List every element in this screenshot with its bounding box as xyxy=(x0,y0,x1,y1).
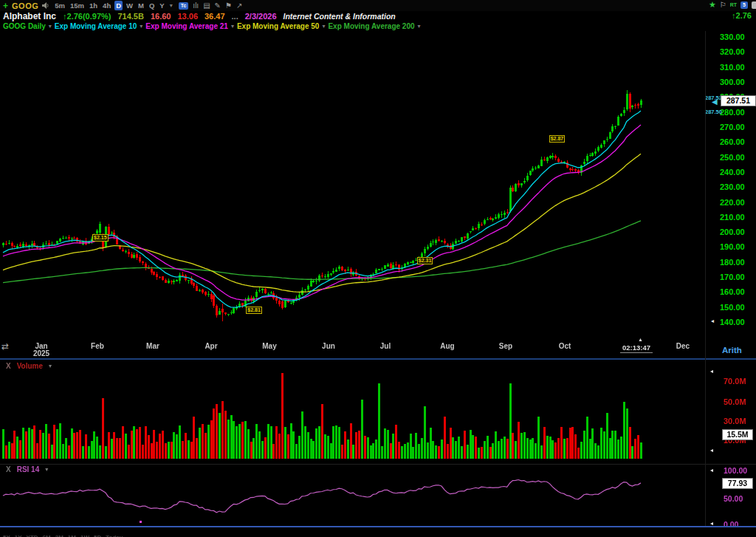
share-arrow-icon[interactable]: ↗ xyxy=(236,1,242,10)
indicator-dropdown-3[interactable]: Exp Moving Average 50 xyxy=(237,22,320,30)
timeframe-dropdown-caret[interactable]: ▾ xyxy=(170,2,173,9)
indicator-caret[interactable]: ▾ xyxy=(49,23,52,30)
industry-label: Internet Content & Information xyxy=(284,12,396,21)
price-tick: 160.00 xyxy=(720,287,755,296)
timeframe-D[interactable]: D xyxy=(114,1,123,10)
price-chart-canvas[interactable] xyxy=(0,31,705,338)
year-label: 2025 xyxy=(29,349,54,358)
timeframe-Y[interactable]: Y xyxy=(158,1,165,10)
top-toolbar: + GOOG 5m15m1h4hDWMQY ▾ Tcılı▤✎⚑↗ ★ ⚐ RT… xyxy=(0,0,756,11)
month-label-feb: Feb xyxy=(85,342,110,350)
change-right-label: ↑2.76 xyxy=(732,11,752,20)
month-label-aug: Aug xyxy=(435,342,460,350)
session-countdown: 02:13:47 xyxy=(620,343,653,353)
volume-tick: 30.0M xyxy=(724,417,746,425)
company-name: Alphabet Inc xyxy=(3,11,56,21)
timeframe-W[interactable]: W xyxy=(125,1,134,10)
current-candle-marker-icon: ▲ xyxy=(638,337,643,342)
price-tick: 230.00 xyxy=(720,182,755,191)
price-tick: 180.00 xyxy=(720,258,755,267)
price-tick: 280.00 xyxy=(720,108,755,117)
indicator-dropdown-1[interactable]: Exp Moving Average 10 xyxy=(55,22,137,30)
timeframe-4h[interactable]: 4h xyxy=(101,1,112,10)
rsi-pane-header: X RSI 14 ▾ xyxy=(6,465,48,473)
price-change: ↑2.76(0.97%) xyxy=(63,12,111,21)
earnings-eps-tag: $2.31 xyxy=(417,257,433,264)
range-button-6m[interactable]: 6M xyxy=(43,534,51,537)
pane-resize-arrow[interactable]: ◂ xyxy=(710,468,713,473)
rsi-pane-caret[interactable]: ▾ xyxy=(45,466,48,473)
range-button-5d[interactable]: 5D xyxy=(94,534,101,537)
news-panel-icon[interactable]: ▤ xyxy=(203,1,210,10)
range-button-ytd[interactable]: YTD xyxy=(27,534,38,537)
bid-price-label: 287.50 xyxy=(705,109,722,115)
rsi-pane-canvas[interactable] xyxy=(0,465,705,526)
range-button-1m[interactable]: 1M xyxy=(68,534,76,537)
volume-pane-title[interactable]: Volume xyxy=(17,362,43,370)
volume-close-button[interactable]: X xyxy=(6,362,11,370)
price-tick: 200.00 xyxy=(720,228,755,236)
layout-badge-icon[interactable]: 5 xyxy=(740,1,748,9)
quote-ellipsis[interactable]: ... xyxy=(232,12,238,21)
price-tick: 260.00 xyxy=(720,137,755,146)
price-tick: 190.00 xyxy=(720,242,755,251)
volume-last-box: 15.5M xyxy=(722,429,753,440)
quote-stat-1: 16.60 xyxy=(151,12,171,21)
last-price-box: 287.51 xyxy=(721,95,756,106)
series-dropdown[interactable]: GOOG Daily xyxy=(3,22,46,30)
add-symbol-button[interactable]: + xyxy=(3,1,8,10)
pane-resize-arrow[interactable]: ◂ xyxy=(710,369,713,374)
quote-date: 2/3/2026 xyxy=(245,12,277,21)
month-label-mar: Mar xyxy=(140,342,165,350)
timeframe-15m[interactable]: 15m xyxy=(69,1,86,10)
indicator-dropdown-2[interactable]: Exp Moving Average 21 xyxy=(145,22,228,30)
favorite-star-icon[interactable]: ★ xyxy=(709,1,716,9)
draw-pencil-icon[interactable]: ✎ xyxy=(215,1,221,10)
timeframe-M[interactable]: M xyxy=(137,1,145,10)
timeframe-5m[interactable]: 5m xyxy=(53,1,66,10)
toolbar-icon-group: Tcılı▤✎⚑↗ xyxy=(179,1,243,10)
rsi-close-button[interactable]: X xyxy=(6,465,11,473)
pane-resize-arrow[interactable]: ◂ xyxy=(710,448,713,454)
timeframe-Q[interactable]: Q xyxy=(148,1,156,10)
indicator-caret[interactable]: ▾ xyxy=(231,23,234,30)
indicator-caret[interactable]: ▾ xyxy=(418,23,421,30)
indicator-caret[interactable]: ▾ xyxy=(140,23,142,30)
volume-pane-caret[interactable]: ▾ xyxy=(49,363,52,369)
realtime-label: RT xyxy=(730,2,737,7)
indicator-dot xyxy=(140,521,142,523)
range-button-3m[interactable]: 3M xyxy=(55,534,63,537)
chart-type-badge-icon[interactable]: Tc xyxy=(179,2,189,10)
range-button-1w[interactable]: 1W xyxy=(80,534,89,537)
alert-flag-icon[interactable]: ⚑ xyxy=(225,1,232,10)
month-label-jul: Jul xyxy=(373,342,398,350)
flag-icon[interactable]: ⚐ xyxy=(720,1,726,9)
volume-pane-canvas[interactable] xyxy=(0,360,705,465)
range-button-today[interactable]: Today xyxy=(106,534,123,537)
indicator-dropdown-4[interactable]: Exp Moving Average 200 xyxy=(328,22,414,30)
month-label-may: May xyxy=(257,342,282,350)
price-tick: 170.00 xyxy=(720,273,755,281)
toolbar-right-group: ★ ⚐ RT 5 xyxy=(709,1,755,9)
price-tick: 140.00 xyxy=(720,318,755,326)
price-tick: 210.00 xyxy=(720,213,755,222)
price-tick: 220.00 xyxy=(720,198,755,207)
scale-type-label[interactable]: Arith xyxy=(722,346,742,355)
indicator-caret[interactable]: ▾ xyxy=(322,23,325,30)
speaker-icon[interactable] xyxy=(42,2,49,9)
timeframe-1h[interactable]: 1h xyxy=(88,1,99,10)
range-button-1y[interactable]: 1Y xyxy=(15,534,22,537)
timeframe-group: 5m15m1h4hDWMQY xyxy=(53,1,165,10)
rsi-pane-title[interactable]: RSI 14 xyxy=(17,465,40,473)
bottom-separator[interactable] xyxy=(0,526,756,527)
earnings-eps-tag: $2.81 xyxy=(246,307,262,314)
pane-resize-arrow[interactable]: ◂ xyxy=(711,318,714,324)
cropped-toolbar-icon[interactable] xyxy=(752,1,756,9)
reload-chart-icon[interactable]: ⇄ xyxy=(1,341,9,352)
volume-bars-icon[interactable]: ılı xyxy=(193,1,199,10)
range-button-5y[interactable]: 5Y xyxy=(3,534,10,537)
rsi-tick: 100.00 xyxy=(724,466,747,475)
symbol-label[interactable]: GOOG xyxy=(12,1,38,10)
price-tick: 240.00 xyxy=(720,168,755,177)
last-price-arrow-icon: ◀ xyxy=(712,98,718,106)
